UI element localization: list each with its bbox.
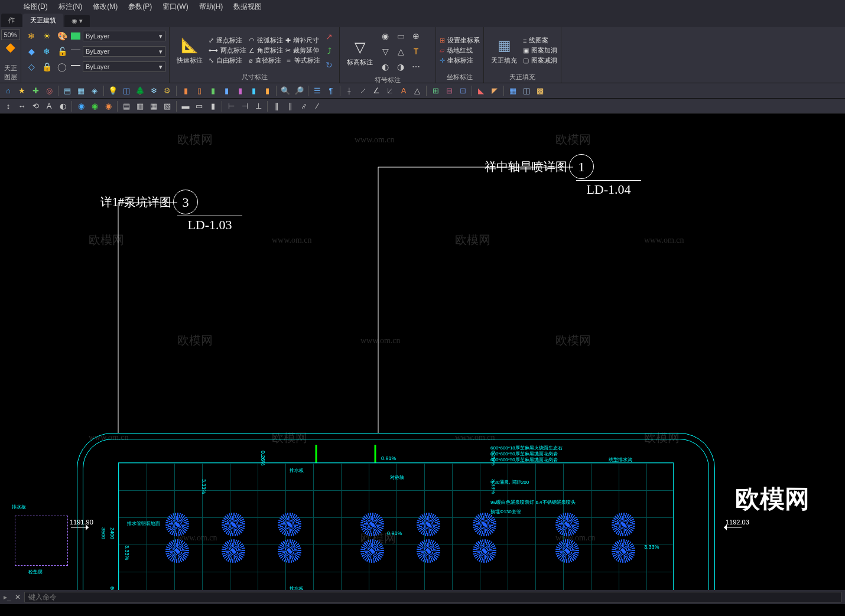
dim-two-point[interactable]: ⟷两点标注 — [209, 46, 246, 55]
tb-snow-icon[interactable]: ❄ — [148, 85, 160, 97]
elev-button[interactable]: ▽ 标高标注 — [343, 37, 376, 68]
tb-grid-icon[interactable]: ▦ — [75, 85, 87, 97]
dim-tool-a[interactable]: ↗ — [323, 30, 336, 43]
sym-6[interactable]: T — [410, 45, 422, 58]
tb-home-icon[interactable]: ⌂ — [2, 85, 14, 97]
tb-d5-icon[interactable]: A — [398, 85, 410, 97]
dim-tool-c[interactable]: ↻ — [323, 58, 336, 71]
dim-chord[interactable]: ◠弦弧标注 — [249, 36, 283, 45]
tb-e2-icon[interactable]: ⊟ — [443, 85, 455, 97]
tb2-a[interactable]: ↕ — [2, 100, 14, 112]
tb-para-icon[interactable]: ¶ — [325, 85, 337, 97]
fill-hole-sub[interactable]: ▢图案减洞 — [523, 56, 557, 65]
drawing-canvas[interactable]: 欧模网 www.om.cn 欧模网 欧模网 www.om.cn 欧模网 www.… — [0, 114, 845, 604]
layer-combo-1[interactable]: ByLayer▾ — [83, 31, 165, 41]
tb2-d1-icon[interactable]: ⊢ — [225, 100, 237, 112]
tb-a6-icon[interactable]: ▮ — [248, 85, 259, 97]
coord-dim[interactable]: ✛坐标标注 — [440, 56, 480, 65]
tb2-ar3-icon[interactable]: ▮ — [207, 100, 219, 112]
tb-a7-icon[interactable]: ▮ — [261, 85, 273, 97]
tb2-green-icon[interactable]: ◉ — [89, 100, 100, 112]
dim-angle[interactable]: ∠角度标注 — [249, 46, 283, 55]
tb-f1-icon[interactable]: ◣ — [475, 85, 487, 97]
tb2-al3-icon[interactable]: ▦ — [148, 100, 160, 112]
tb-tree-icon[interactable]: 🌲 — [134, 85, 146, 97]
layer-icon-f[interactable]: ◯ — [56, 60, 69, 73]
sym-7[interactable]: ◐ — [379, 60, 392, 73]
tb2-h1-icon[interactable]: ‖ — [271, 100, 282, 112]
tb-cube-icon[interactable]: ◫ — [121, 85, 132, 97]
dim-free[interactable]: ⤡自由标注 — [209, 56, 246, 65]
tb2-blue-icon[interactable]: ◉ — [75, 100, 87, 112]
fill-hole-add[interactable]: ▣图案加洞 — [523, 46, 557, 55]
tb-a3-icon[interactable]: ▮ — [207, 85, 219, 97]
sym-9[interactable]: ⋯ — [410, 60, 422, 73]
tb-bulb-icon[interactable]: 💡 — [107, 85, 119, 97]
layer-combo-3[interactable]: ByLayer▾ — [83, 61, 165, 72]
menu-modify[interactable]: 修改(M) — [93, 2, 118, 12]
tb-d4-icon[interactable]: ⟀ — [384, 85, 396, 97]
layer-icon-sun[interactable]: ☀ — [40, 30, 53, 43]
sym-1[interactable]: ◉ — [379, 30, 392, 43]
tb2-h4-icon[interactable]: ∕ — [311, 100, 323, 112]
tb-e1-icon[interactable]: ⊞ — [430, 85, 441, 97]
layer-icon-e[interactable]: 🔒 — [40, 60, 53, 73]
cmd-close-icon[interactable]: ✕ — [15, 593, 21, 601]
tb-gear-icon[interactable]: ⚙ — [161, 85, 173, 97]
zoom-dropdown[interactable]: 50% — [1, 30, 20, 40]
tb2-d3-icon[interactable]: ⊥ — [252, 100, 264, 112]
tb2-d[interactable]: A — [43, 100, 55, 112]
sym-5[interactable]: △ — [394, 45, 407, 58]
sym-2[interactable]: ▭ — [394, 30, 407, 43]
layer-icon-freeze[interactable]: ❄ — [25, 30, 38, 43]
menu-help[interactable]: 帮助(H) — [199, 2, 223, 12]
dim-add[interactable]: ✚增补尺寸 — [285, 36, 320, 45]
menu-params[interactable]: 参数(P) — [128, 2, 152, 12]
layer-icon[interactable]: 🔶 — [4, 41, 17, 54]
tb-list-icon[interactable]: ☰ — [311, 85, 323, 97]
tb-g1-icon[interactable]: ▦ — [507, 85, 519, 97]
tb2-al1-icon[interactable]: ▤ — [121, 100, 132, 112]
tb2-h3-icon[interactable]: ⫽ — [298, 100, 310, 112]
tb-e3-icon[interactable]: ⊡ — [457, 85, 469, 97]
layer-icon-d[interactable]: ◇ — [25, 60, 38, 73]
cmd-chevron-icon[interactable]: ▸_ — [4, 593, 11, 601]
sym-4[interactable]: ▽ — [379, 45, 392, 58]
tb-a5-icon[interactable]: ▮ — [234, 85, 246, 97]
layer-icon-c[interactable]: 🔓 — [56, 45, 69, 58]
tb-target-icon[interactable]: ◎ — [43, 85, 55, 97]
tb2-al4-icon[interactable]: ▧ — [161, 100, 173, 112]
menu-window[interactable]: 窗口(W) — [162, 2, 188, 12]
tb2-ar1-icon[interactable]: ▬ — [180, 100, 191, 112]
tab-extra[interactable]: ◉ ▾ — [64, 15, 90, 27]
fill-line[interactable]: ≡线图案 — [523, 36, 557, 45]
menu-dataview[interactable]: 数据视图 — [233, 2, 262, 12]
tb-f2-icon[interactable]: ◤ — [489, 85, 500, 97]
tb2-b[interactable]: ↔ — [16, 100, 28, 112]
tb-zoom-icon[interactable]: 🔎 — [293, 85, 305, 97]
tb-snap-icon[interactable]: ◈ — [89, 85, 100, 97]
menu-dimension[interactable]: 标注(N) — [58, 2, 83, 12]
tb2-orange-icon[interactable]: ◉ — [102, 100, 114, 112]
layer-combo-2[interactable]: ByLayer▾ — [83, 46, 165, 57]
layer-icon-b[interactable]: ❄ — [40, 45, 53, 58]
tb-search-icon[interactable]: 🔍 — [280, 85, 291, 97]
tab-tangent[interactable]: 天正建筑 — [23, 14, 63, 27]
tb-d3-icon[interactable]: ∠ — [370, 85, 382, 97]
sym-3[interactable]: ⊕ — [410, 30, 422, 43]
tb-star-icon[interactable]: ★ — [16, 85, 28, 97]
tb-d2-icon[interactable]: ⟋ — [357, 85, 369, 97]
coord-set[interactable]: ⊞设置坐标系 — [440, 36, 480, 45]
tb-plus-icon[interactable]: ✚ — [30, 85, 41, 97]
dim-tool-b[interactable]: ⤴ — [323, 44, 336, 57]
color-swatch-green[interactable] — [71, 32, 80, 40]
tb-d1-icon[interactable]: ⟊ — [343, 85, 355, 97]
tb2-d2-icon[interactable]: ⊣ — [239, 100, 251, 112]
tb-a1-icon[interactable]: ▮ — [180, 85, 191, 97]
fill-button[interactable]: ▦ 天正填充 — [488, 35, 521, 66]
tb2-ar2-icon[interactable]: ▭ — [193, 100, 205, 112]
tb-d6-icon[interactable]: △ — [411, 85, 423, 97]
tb-layers-icon[interactable]: ▤ — [61, 85, 73, 97]
dim-diameter[interactable]: ⌀直径标注 — [249, 56, 283, 65]
tb2-e[interactable]: ◐ — [57, 100, 69, 112]
